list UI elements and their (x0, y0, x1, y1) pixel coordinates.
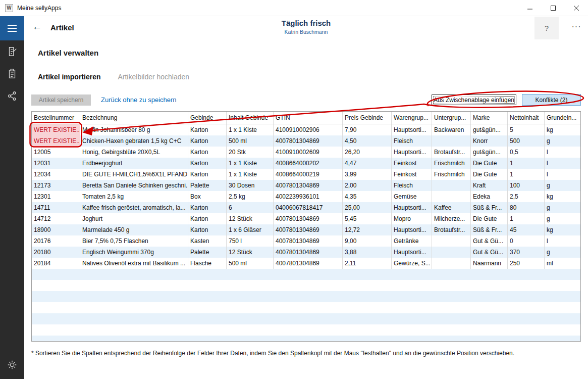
table-cell (432, 191, 471, 202)
table-cell: 20180 (32, 247, 80, 258)
save-articles-button[interactable]: Artikel speichern (31, 94, 91, 106)
table-cell: Knorr (471, 135, 508, 147)
tab-artikelbilder-hochladen[interactable]: Artikelbilder hochladen (118, 73, 189, 81)
column-header[interactable]: Warengrup... (392, 112, 432, 124)
table-cell: l (545, 158, 581, 169)
table-cell: 1 x 6 Gläser (227, 224, 274, 235)
table-cell: 4,50 (343, 135, 392, 147)
column-header[interactable]: Preis Gebinde (343, 112, 392, 124)
table-cell: Chicken-Haxen gebraten 1,5 kg C+C (80, 135, 188, 147)
table-cell: g (545, 213, 581, 224)
table-row[interactable]: 14712JoghurtKarton12 Stück40078013048695… (32, 213, 580, 224)
table-row[interactable]: 12301Tomaten 2,5 kgBox2,5 kg400223993610… (32, 191, 580, 202)
table-cell: Süß & Fr... (471, 224, 508, 235)
table-cell: Kaffee (432, 202, 471, 213)
column-header[interactable]: Nettoinhalt (508, 112, 545, 124)
table-cell: 12173 (32, 180, 80, 191)
table-cell: 4002239936101 (274, 191, 343, 202)
minimize-button[interactable] (518, 0, 542, 16)
table-cell: Feinkost (392, 158, 432, 169)
table-cell: 1 x 1 Kiste (227, 169, 274, 180)
table-row[interactable]: 12031ErdbeerjoghurtKarton1 x 1 Kiste4008… (32, 158, 580, 169)
menu-button[interactable] (0, 16, 24, 40)
conflicts-button[interactable]: Konflikte (2) (522, 94, 581, 106)
table-cell: Mopro (392, 213, 432, 224)
table-cell: 1 x 1 Kiste (227, 124, 274, 135)
column-header[interactable]: Bestellnummer (32, 112, 80, 124)
table-row[interactable]: 20180Englisch Weingummi 370gPalette12 St… (32, 247, 580, 258)
table-cell: 14712 (32, 213, 80, 224)
table-cell: Gemüse (392, 191, 432, 202)
column-header[interactable]: Marke (471, 112, 508, 124)
table-cell: 4007801304869 (274, 247, 343, 258)
table-cell: kg (545, 224, 581, 235)
table-cell: 5,45 (343, 213, 392, 224)
paste-from-clipboard-button[interactable]: Aus Zwischenablage einfügen (432, 94, 516, 105)
table-cell: 500 (508, 135, 545, 147)
sidebar-item-share[interactable] (0, 85, 24, 107)
table-row[interactable]: 12034DIE GUTE H-MILCH1,5%6X1L PFANDKarto… (32, 169, 580, 180)
table-cell: 4100910002906 (274, 124, 343, 135)
table-cell: Hauptsorti... (392, 124, 432, 135)
table-row[interactable]: 20184Natives Olivenöl extra mit Basiliku… (32, 258, 580, 269)
table-cell: 20176 (32, 235, 80, 247)
table-cell: 1 (508, 169, 545, 180)
table-cell: Flasche (188, 258, 227, 269)
column-header[interactable]: GTIN (274, 112, 343, 124)
close-button[interactable] (565, 0, 588, 16)
table-cell (432, 235, 471, 247)
sort-hint-note: * Sortieren Sie die Spalten entsprechend… (31, 350, 581, 357)
back-without-saving-link[interactable]: Zurück ohne zu speichern (101, 96, 177, 104)
column-header[interactable]: Gebinde (188, 112, 227, 124)
table-cell: Kraft (471, 180, 508, 191)
column-header[interactable]: Bezeichnung (80, 112, 188, 124)
table-cell: 80 (508, 202, 545, 213)
table-cell: 12301 (32, 191, 80, 202)
sidebar-item-articles[interactable] (0, 63, 24, 85)
table-row[interactable]: 12005Honig, Gebirgsblüte 20X0,5LKarton20… (32, 147, 580, 158)
table-row[interactable]: 20176Bier 7,5% 0,75 FlaschenKasten750 l4… (32, 235, 580, 247)
table-cell: kg (545, 124, 581, 135)
account-header: Täglich frisch Katrin Buschmann (24, 19, 588, 35)
table-cell: Kaffee frisch geröstet, aromatisch, la..… (80, 202, 188, 213)
table-cell: 2,00 (343, 180, 392, 191)
table-row[interactable]: WERT EXISTIE...Muffin Johannisbeer 80 gK… (32, 124, 580, 135)
column-header[interactable]: Grundein... (545, 112, 581, 124)
column-header[interactable]: Inhalt Gebinde (227, 112, 274, 124)
table-row[interactable]: WERT EXISTIE...Chicken-Haxen gebraten 1,… (32, 135, 580, 147)
table-cell: Karton (188, 213, 227, 224)
table-cell: 4007801304869 (274, 213, 343, 224)
conflict-cell: WERT EXISTIE... (32, 135, 80, 147)
table-cell (432, 258, 471, 269)
table-cell: Fleisch (392, 135, 432, 147)
help-button[interactable]: ? (534, 17, 559, 39)
table-row[interactable]: 14711Kaffee frisch geröstet, aromatisch,… (32, 202, 580, 213)
table-cell: kg (545, 191, 581, 202)
table-row[interactable]: 18900Marmelade 450 gKarton1 x 6 Gläser40… (32, 224, 580, 235)
document-pen-icon (7, 46, 18, 57)
table-cell: 250 (508, 258, 545, 269)
sidebar-item-documents[interactable] (0, 40, 24, 63)
table-cell: Süß & Fr... (471, 202, 508, 213)
maximize-button[interactable] (542, 0, 565, 16)
table-cell: Muffin Johannisbeer 80 g (80, 124, 188, 135)
table-cell: Palette (188, 180, 227, 191)
table-row[interactable]: 12173Beretta San Daniele Schinken geschn… (32, 180, 580, 191)
sidebar-item-settings[interactable] (0, 354, 24, 376)
window-title: Meine sellyApps (17, 5, 61, 12)
table-cell: Karton (188, 169, 227, 180)
table-cell: 5 (508, 124, 545, 135)
column-header[interactable]: Untergrup... (432, 112, 471, 124)
app-logo-icon: W (5, 4, 13, 12)
table-cell: Erdbeerjoghurt (80, 158, 188, 169)
table-cell: 26,20 (343, 147, 392, 158)
help-icon: ? (545, 24, 549, 32)
table-cell: Kasten (188, 235, 227, 247)
network-share-icon (7, 90, 18, 102)
table-cell: 370 (508, 247, 545, 258)
more-button[interactable]: ··· (566, 22, 586, 31)
table-cell: g (545, 180, 581, 191)
table-cell: 4007801304869 (274, 235, 343, 247)
tab-artikel-importieren[interactable]: Artikel importieren (38, 73, 100, 81)
table-cell: Gewürze, S... (392, 258, 432, 269)
